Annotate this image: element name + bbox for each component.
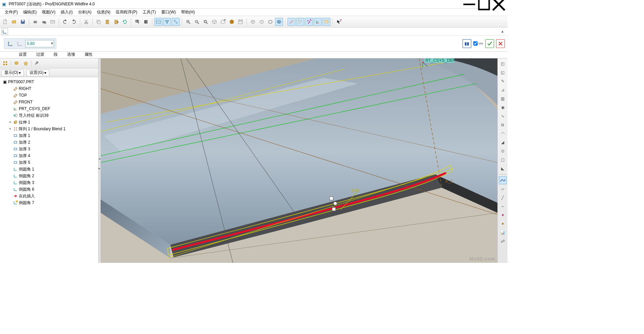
tab-sets[interactable]: 设置 [17,51,28,58]
menu-edit[interactable]: 编辑(E) [20,9,39,16]
new-file-button[interactable] [1,18,9,26]
open-file-button[interactable] [10,18,18,26]
rt-blend[interactable]: ⧉ [499,121,507,129]
select-filter-button[interactable] [142,18,150,26]
tree-item[interactable]: 倒圆角 3 [1,179,98,186]
rt-merge[interactable]: ⊿ [499,86,507,94]
regen-button[interactable] [121,18,129,26]
rt-revolve[interactable]: ◉ [499,103,507,111]
expander-icon[interactable]: + [8,127,12,131]
rt-datum-plane[interactable]: ▱ [499,185,507,193]
tree-settings-dropdown[interactable]: 设置(G)▾ [26,69,49,76]
rt-draft[interactable]: ◣ [499,164,507,173]
round-radius-input[interactable]: 0.80 ▾ [25,40,54,47]
tree-show-dropdown[interactable]: 显示(O)▾ [1,69,24,76]
dashboard-scroll-up[interactable]: ▴ [501,29,506,34]
menu-analysis[interactable]: 分析(A) [75,9,94,16]
display-mode-3[interactable] [172,18,180,26]
menu-view[interactable]: 视图(V) [39,9,58,16]
rt-hole[interactable]: ⊙ [499,147,507,155]
copy-button[interactable] [95,18,103,26]
preview-checkbox[interactable]: 👓 [473,41,483,46]
expander-icon[interactable]: + [8,120,12,125]
tree-favorites-button[interactable] [22,59,30,67]
find-button[interactable] [133,18,141,26]
tree-item[interactable]: 倒圆角 7 [1,199,98,206]
tree-root[interactable]: ▣ PRT0007.PRT [1,79,98,85]
datum-plane-toggle[interactable] [287,18,296,26]
rt-curve1[interactable] [499,176,507,184]
tree-item[interactable]: 在此插入 [1,193,98,199]
tree-item[interactable]: 加厚 1 [1,132,98,139]
paste-special-button[interactable]: + [112,18,120,26]
menu-applications[interactable]: 应用程序(P) [113,9,140,16]
tab-pieces[interactable]: 段 [52,51,59,58]
maximize-button[interactable] [477,0,491,9]
rt-plane[interactable]: ◰ [499,60,507,68]
display-mode-2[interactable] [163,18,171,26]
menu-insert[interactable]: 插入(I) [58,9,75,16]
orient-button[interactable] [210,18,218,26]
save-button[interactable] [19,18,27,26]
round-type-conic-button[interactable] [16,40,24,48]
view-manager-button[interactable] [236,18,245,26]
rt-sketch[interactable]: ✎ [499,77,507,85]
redo-button[interactable] [70,18,78,26]
tree-item[interactable]: RIGHT [1,85,98,92]
shaded-button[interactable] [275,18,283,26]
rt-sweep[interactable]: ∿ [499,112,507,120]
menu-help[interactable]: 帮助(H) [178,9,198,16]
zoom-fit-button[interactable] [202,18,210,26]
close-button[interactable] [491,0,506,9]
no-hidden-button[interactable] [266,18,274,26]
ok-button[interactable] [485,39,494,48]
tree-item[interactable]: FRONT [1,99,98,105]
dashboard-round-icon[interactable] [1,28,8,35]
menu-window[interactable]: 窗口(W) [159,9,178,16]
tree-item[interactable]: PRT_CSYS_DEF [1,105,98,112]
rt-datum-axis[interactable]: ╱ [499,194,507,202]
tree-item[interactable]: 倒圆角 2 [1,173,98,179]
rt-chain[interactable]: ☍ [499,237,507,245]
email-button[interactable] [49,18,57,26]
rt-plane2[interactable]: ◱ [499,68,507,77]
tree-item[interactable]: 导入特征 标识39 [1,112,98,119]
cut-button[interactable] [82,18,90,26]
layers-button[interactable] [228,18,236,26]
tab-options[interactable]: 选项 [66,51,76,58]
rt-chamfer[interactable]: ◢ [499,138,507,146]
hidden-line-button[interactable] [258,18,266,26]
print-preview-button[interactable] [40,18,48,26]
tree-item[interactable]: +拉伸 1 [1,119,98,126]
rt-shell[interactable]: ▢ [499,156,507,164]
zoom-out-button[interactable] [193,18,201,26]
display-mode-1[interactable] [154,18,162,26]
round-type-circular-button[interactable] [6,40,14,48]
tab-transitions[interactable]: 过渡 [35,51,46,58]
graphics-viewport[interactable]: 0.80 RT_CSYS_DEF A_1 Mx3D.com [101,58,497,263]
pause-button[interactable]: ▮▮ [463,39,471,48]
rt-datum-point[interactable]: ✶ [499,211,507,219]
tree-view-button[interactable] [1,59,9,67]
menu-tools[interactable]: 工具(T) [140,9,158,16]
help-pointer-button[interactable]: ? [335,18,343,26]
tree-item[interactable]: TOP [1,92,98,99]
tree-item[interactable]: 加厚 4 [1,152,98,159]
rt-csys[interactable]: ✦ [499,220,507,228]
datum-point-toggle[interactable]: x [305,18,313,26]
print-button[interactable] [31,18,39,26]
tree-item[interactable]: 加厚 3 [1,146,98,152]
model-tree[interactable]: ▣ PRT0007.PRT RIGHTTOPFRONTPRT_CSYS_DEF导… [0,77,98,263]
paste-button[interactable] [103,18,111,26]
rt-analysis[interactable]: 📊 [499,229,507,237]
annotation-toggle[interactable] [322,18,330,26]
tree-item[interactable]: 加厚 2 [1,139,98,146]
undo-button[interactable] [61,18,69,26]
tree-item[interactable]: +阵列 1 / Boundary Blend 1 [1,126,98,132]
rt-datum-curve[interactable]: ∼ [499,202,507,210]
tree-item[interactable]: 倒圆角 1 [1,166,98,173]
wireframe-button[interactable] [249,18,257,26]
datum-axis-toggle[interactable]: / [296,18,304,26]
tree-tools-button[interactable] [33,59,41,67]
cancel-button[interactable] [496,39,505,48]
